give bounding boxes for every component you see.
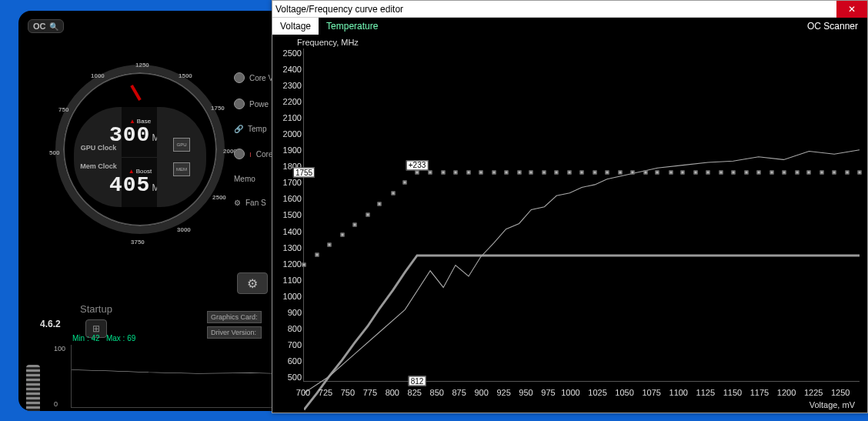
x-tick: 1050 <box>615 388 633 397</box>
close-button[interactable]: ✕ <box>836 1 867 18</box>
link-icon: 🔗 <box>234 125 243 133</box>
curve-point[interactable] <box>681 170 685 174</box>
curve-point[interactable] <box>820 170 824 174</box>
version-text: 4.6.2 <box>40 319 61 329</box>
tab-voltage[interactable]: Voltage <box>272 18 319 35</box>
y-tick: 1500 <box>274 210 302 219</box>
slider-knob-icon <box>234 99 245 109</box>
curve-point[interactable] <box>846 170 850 174</box>
curve-point[interactable] <box>593 170 597 174</box>
curve-point[interactable] <box>429 170 432 174</box>
x-tick: 1200 <box>777 388 796 397</box>
close-icon: ✕ <box>848 4 856 15</box>
curve-point[interactable] <box>327 242 331 246</box>
curve-point[interactable] <box>858 170 862 174</box>
base-readout: ▲ Base 300 MHz <box>122 107 159 157</box>
curve-point[interactable] <box>756 170 760 174</box>
y-tick: 1900 <box>274 145 302 155</box>
gear-icon: ⚙ <box>234 199 241 207</box>
curve-point[interactable] <box>580 170 584 174</box>
base-value: 300 <box>109 125 150 146</box>
x-tick: 725 <box>319 388 332 397</box>
curve-point[interactable] <box>744 170 748 174</box>
y-tick: 1400 <box>274 227 302 236</box>
curve-point[interactable] <box>770 170 773 174</box>
curve-point[interactable] <box>366 213 369 217</box>
curve-point[interactable] <box>466 170 470 174</box>
y-tick: 2000 <box>274 129 302 139</box>
settings-button[interactable]: ⚙ <box>237 272 268 294</box>
curve-point[interactable] <box>542 170 546 174</box>
vf-title: Voltage/Frequency curve editor <box>275 4 403 15</box>
vf-titlebar[interactable]: Voltage/Frequency curve editor ✕ <box>272 1 867 18</box>
y-reading: 1755 <box>293 167 315 177</box>
bars-icon: ı <box>249 150 252 159</box>
curve-point[interactable] <box>555 170 559 174</box>
startup-label: Startup <box>80 303 112 315</box>
curve-point[interactable] <box>504 170 508 174</box>
curve-point[interactable] <box>694 170 698 174</box>
oc-button[interactable]: OC 🔍 <box>28 19 64 33</box>
curve-point[interactable] <box>833 170 836 174</box>
x-axis-title: Voltage, mV <box>810 400 855 409</box>
curve-point[interactable] <box>782 170 786 174</box>
offset-tooltip: +233 <box>406 160 429 170</box>
curve-point[interactable] <box>618 170 622 174</box>
curve-point[interactable] <box>529 170 533 174</box>
y-tick: 1100 <box>274 276 302 285</box>
windows-icon: ⊞ <box>92 323 100 334</box>
curve-point[interactable] <box>352 222 356 226</box>
vf-plot[interactable]: +2331755812 <box>303 48 860 382</box>
curve-point[interactable] <box>453 170 457 174</box>
curve-point[interactable] <box>492 170 496 174</box>
y-tick: 2500 <box>274 48 302 58</box>
y-tick: 1000 <box>274 292 302 301</box>
curve-point[interactable] <box>340 232 344 236</box>
x-tick: 825 <box>408 388 422 397</box>
curve-point[interactable] <box>302 262 306 266</box>
curve-point[interactable] <box>378 202 382 205</box>
vf-curve-editor-window: Voltage/Frequency curve editor ✕ Voltage… <box>272 0 868 413</box>
y-tick: 700 <box>274 340 302 349</box>
x-tick: 1125 <box>696 388 715 397</box>
y-tick: 2100 <box>274 113 302 122</box>
boost-value: 405 <box>109 175 150 196</box>
curve-point[interactable] <box>630 170 634 174</box>
curve-point[interactable] <box>643 170 647 174</box>
curve-point[interactable] <box>719 170 723 174</box>
curve-point[interactable] <box>795 170 799 174</box>
tab-temperature[interactable]: Temperature <box>319 18 386 35</box>
mini-max: Max : 69 <box>106 334 135 342</box>
vf-tabs: Voltage Temperature <box>272 18 386 35</box>
oc-label: OC <box>33 22 46 31</box>
y-tick: 2300 <box>274 81 302 90</box>
y-tick: 2400 <box>274 65 302 74</box>
curve-point[interactable] <box>315 252 319 256</box>
x-reading: 812 <box>409 376 426 386</box>
x-tick: 1225 <box>804 388 823 397</box>
curve-point[interactable] <box>656 170 659 174</box>
curve-point[interactable] <box>605 170 609 174</box>
y-tick: 800 <box>274 324 302 333</box>
curve-point[interactable] <box>403 180 407 184</box>
curve-point[interactable] <box>706 170 710 174</box>
curve-point[interactable] <box>568 170 572 174</box>
x-tick: 850 <box>430 388 444 397</box>
curve-point[interactable] <box>807 170 811 174</box>
x-tick: 750 <box>341 388 355 397</box>
y-tick: 500 <box>274 373 302 382</box>
x-tick: 1000 <box>561 388 579 397</box>
series-editable-points[interactable] <box>304 256 860 409</box>
curve-point[interactable] <box>669 170 673 174</box>
mem-clock-label: Mem Clock <box>80 162 117 170</box>
curve-point[interactable] <box>416 170 419 174</box>
mem-chip-icon: MEM <box>173 162 190 176</box>
gpu-chip-icon: GPU <box>173 138 190 152</box>
curve-point[interactable] <box>517 170 521 174</box>
oc-scanner-link[interactable]: OC Scanner <box>807 21 867 32</box>
curve-point[interactable] <box>391 191 395 195</box>
curve-point[interactable] <box>442 170 446 174</box>
curve-point[interactable] <box>479 170 482 174</box>
curve-point[interactable] <box>731 170 735 174</box>
x-tick: 1025 <box>588 388 606 397</box>
